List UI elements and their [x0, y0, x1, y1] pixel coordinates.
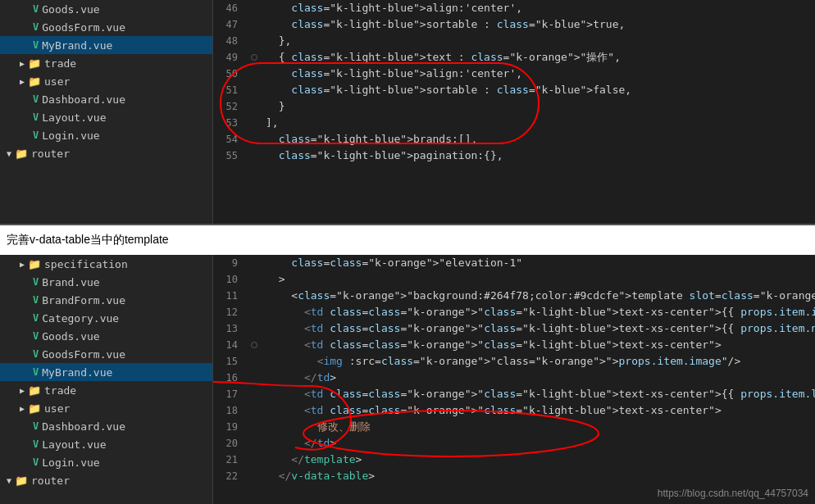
- sidebar-item-dashboard-vue[interactable]: VDashboard.vue: [0, 90, 212, 108]
- vue-icon: V: [33, 111, 39, 123]
- vue-icon: V: [33, 39, 39, 51]
- arrow-icon: ▶: [20, 77, 25, 86]
- arrow-icon: ▶: [20, 59, 25, 68]
- watermark: https://blog.csdn.net/qq_44757034: [658, 488, 808, 499]
- sidebar-item-router[interactable]: ▼📁router: [0, 144, 212, 162]
- vue-icon: V: [33, 276, 39, 288]
- code-content: class="k-light-blue">sortable : class="k…: [262, 16, 815, 33]
- line-number: 46: [213, 0, 246, 16]
- code-content: class="k-light-blue">align:'center',: [262, 0, 815, 16]
- sidebar-label: trade: [44, 57, 76, 70]
- line-number: 48: [213, 33, 246, 49]
- middle-title: 完善v-data-table当中的template: [0, 225, 815, 255]
- code-content: >: [262, 271, 815, 288]
- sidebar-item-router[interactable]: ▼📁router: [0, 471, 212, 489]
- sidebar-item-trade[interactable]: ▶📁trade: [0, 381, 212, 399]
- bottom-panel: ▶📁specificationVBrand.vueVBrandForm.vueV…: [0, 255, 815, 504]
- code-line: 22 </v-data-table>: [213, 468, 815, 484]
- sidebar-item-brandform-vue[interactable]: VBrandForm.vue: [0, 291, 212, 309]
- arrow-icon: ▼: [7, 149, 11, 158]
- vue-icon: V: [33, 456, 39, 468]
- sidebar-label: GoodsForm.vue: [42, 21, 125, 34]
- sidebar-item-login-vue[interactable]: VLogin.vue: [0, 126, 212, 144]
- code-line: 21 </template>: [213, 452, 815, 468]
- code-line: 52 }: [213, 98, 815, 115]
- sidebar-label: Login.vue: [42, 456, 99, 469]
- code-content: ],: [262, 115, 815, 131]
- vue-icon: V: [33, 21, 39, 33]
- sidebar-label: trade: [44, 384, 76, 397]
- code-line: 13 <td class=class="k-orange">"class="k-…: [213, 320, 815, 337]
- sidebar-item-goods-vue[interactable]: VGoods.vue: [0, 327, 212, 345]
- code-line: 51 class="k-light-blue">sortable : class…: [213, 82, 815, 98]
- sidebar-item-specification[interactable]: ▶📁specification: [0, 255, 212, 273]
- code-content: class="k-light-blue">brands:[],: [262, 131, 815, 148]
- line-number: 14: [213, 337, 246, 353]
- code-line: 17 <td class=class="k-orange">"class="k-…: [213, 386, 815, 402]
- bottom-code-area: 9 class=class="k-orange">"elevation-1"10…: [213, 255, 815, 504]
- sidebar-label: MyBrand.vue: [42, 39, 112, 52]
- code-line: 55 class="k-light-blue">pagination:{},: [213, 148, 815, 164]
- sidebar-label: Dashboard.vue: [42, 420, 125, 433]
- folder-icon: 📁: [28, 402, 41, 415]
- line-number: 18: [213, 402, 246, 419]
- vue-icon: V: [33, 366, 39, 378]
- code-content: <td class=class="k-orange">"class="k-lig…: [262, 337, 815, 353]
- line-number: 16: [213, 370, 246, 386]
- vue-icon: V: [33, 3, 39, 15]
- line-number: 13: [213, 320, 246, 337]
- code-content: </td>: [262, 435, 815, 452]
- sidebar-label: BrandForm.vue: [42, 294, 125, 306]
- code-content: 修改、删除: [262, 419, 815, 435]
- vue-icon: V: [33, 93, 39, 105]
- line-number: 54: [213, 131, 246, 148]
- vue-icon: V: [33, 348, 39, 360]
- sidebar-item-user[interactable]: ▶📁user: [0, 72, 212, 90]
- sidebar-item-dashboard-vue[interactable]: VDashboard.vue: [0, 417, 212, 435]
- sidebar-item-layout-vue[interactable]: VLayout.vue: [0, 435, 212, 453]
- code-line: 20 </td>: [213, 435, 815, 452]
- folder-icon: 📁: [28, 75, 41, 88]
- sidebar-item-trade[interactable]: ▶📁trade: [0, 54, 212, 72]
- sidebar-label: Goods.vue: [42, 330, 99, 343]
- sidebar-label: user: [44, 402, 70, 415]
- code-line: 16 </td>: [213, 370, 815, 386]
- code-content: <class="k-orange">"background:#264f78;co…: [262, 288, 815, 304]
- arrow-icon: ▼: [7, 476, 11, 485]
- sidebar-item-category-vue[interactable]: VCategory.vue: [0, 309, 212, 327]
- code-line: 50 class="k-light-blue">align:'center',: [213, 66, 815, 82]
- code-content: <td class=class="k-orange">"class="k-lig…: [262, 304, 815, 320]
- sidebar-item-user[interactable]: ▶📁user: [0, 399, 212, 417]
- sidebar-item-goodsform-vue[interactable]: VGoodsForm.vue: [0, 345, 212, 363]
- line-number: 52: [213, 98, 246, 115]
- line-gutter: [246, 54, 262, 61]
- code-line: 12 <td class=class="k-orange">"class="k-…: [213, 304, 815, 320]
- line-number: 19: [213, 419, 246, 435]
- sidebar-label: Category.vue: [42, 312, 119, 325]
- sidebar-item-goodsform-vue[interactable]: VGoodsForm.vue: [0, 18, 212, 36]
- code-line: 47 class="k-light-blue">sortable : class…: [213, 16, 815, 33]
- sidebar-item-layout-vue[interactable]: VLayout.vue: [0, 108, 212, 126]
- line-number: 51: [213, 82, 246, 98]
- folder-icon: 📁: [15, 474, 28, 487]
- sidebar-label: Goods.vue: [42, 3, 99, 16]
- sidebar-label: router: [31, 474, 70, 487]
- sidebar-item-mybrand-vue[interactable]: VMyBrand.vue: [0, 36, 212, 54]
- vue-icon: V: [33, 129, 39, 141]
- sidebar-item-brand-vue[interactable]: VBrand.vue: [0, 273, 212, 291]
- code-content: class="k-light-blue">pagination:{},: [262, 148, 815, 164]
- code-content: <img :src=class="k-orange">"class="k-ora…: [262, 353, 815, 370]
- arrow-icon: ▶: [20, 260, 25, 269]
- vue-icon: V: [33, 420, 39, 432]
- code-line: 46 class="k-light-blue">align:'center',: [213, 0, 815, 16]
- folder-icon: 📁: [28, 384, 41, 397]
- top-code-area: 46 class="k-light-blue">align:'center',4…: [213, 0, 815, 224]
- code-line: 10 >: [213, 271, 815, 288]
- sidebar-item-mybrand-vue[interactable]: VMyBrand.vue: [0, 363, 212, 381]
- sidebar-item-login-vue[interactable]: VLogin.vue: [0, 453, 212, 471]
- code-content: }: [262, 98, 815, 115]
- sidebar-item-goods-vue[interactable]: VGoods.vue: [0, 0, 212, 18]
- code-content: </template>: [262, 452, 815, 468]
- vue-icon: V: [33, 294, 39, 306]
- vue-icon: V: [33, 330, 39, 342]
